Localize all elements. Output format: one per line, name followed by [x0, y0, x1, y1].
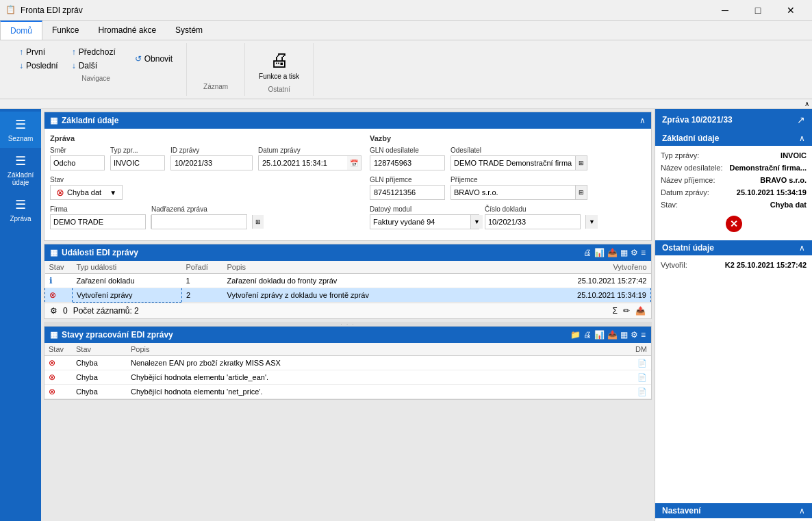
next-button[interactable]: ↓ Další	[66, 60, 121, 72]
ostatni-label: Ostatní	[268, 86, 290, 93]
row-popis-1: Zařazení dokladu do fronty zpráv	[223, 274, 555, 288]
zakladni-collapse-button[interactable]: ∧	[639, 116, 646, 125]
typ-zpravy-label: Typ zpr...	[110, 147, 165, 154]
export-btn[interactable]: 📤	[635, 306, 646, 316]
odesilatel-combo[interactable]: ⊞	[451, 155, 587, 170]
stavy-chart-btn[interactable]: 📊	[594, 330, 605, 340]
minimize-button[interactable]: ─	[709, 0, 741, 21]
arrow-down-icon: ↓	[19, 61, 23, 71]
cislo-dokladu-combo[interactable]: ▼	[485, 214, 581, 229]
ribbon-tabs: Domů Funkce Hromadné akce Systém	[0, 21, 812, 40]
right-stav-label: Stav:	[661, 201, 715, 209]
right-panel-export-btn[interactable]: ↗	[797, 114, 805, 125]
stavy-export-btn[interactable]: 📁	[570, 330, 581, 340]
odesilatel-input[interactable]	[451, 157, 575, 168]
right-nastaveni-collapse-btn[interactable]: ∧	[799, 506, 805, 516]
print-icon: 🖨	[270, 49, 289, 71]
edit-btn[interactable]: ✏	[623, 306, 630, 316]
last-button[interactable]: ↓ Poslední	[14, 60, 64, 72]
tab-domu[interactable]: Domů	[0, 21, 42, 40]
sidebar-item-zprava[interactable]: ☰ Zpráva	[0, 192, 41, 228]
prijemce-dropdown-btn[interactable]: ⊞	[575, 186, 587, 199]
right-vytvoril-label: Vytvořil:	[661, 261, 715, 269]
right-zakladni-collapse-btn[interactable]: ∧	[799, 134, 805, 143]
right-zakladni-body: Typ zprávy: INVOIC Název odesílatele: De…	[655, 146, 812, 240]
udalosti-settings-btn[interactable]: ⚙	[631, 248, 638, 257]
nadrazena-input[interactable]	[152, 216, 252, 227]
prijemce-group: Příjemce ⊞	[451, 176, 587, 200]
gln-prijemce-group: GLN příjemce	[370, 176, 445, 200]
stavy-menu-btn[interactable]: ≡	[641, 330, 646, 340]
right-ostatni-collapse-btn[interactable]: ∧	[799, 243, 805, 253]
print-button[interactable]: 🖨 Funkce a tisk	[253, 46, 305, 83]
error-icon-3: ⊗	[49, 387, 55, 396]
seznam-icon: ☰	[15, 117, 26, 132]
right-spacer	[655, 279, 812, 503]
datovy-modul-combo[interactable]: ▼	[370, 214, 479, 229]
cislo-dokladu-dropdown-btn[interactable]: ▼	[585, 215, 598, 229]
udalosti-chart-btn[interactable]: 📊	[594, 248, 605, 257]
title-bar-controls: ─ □ ✕	[709, 0, 807, 21]
prev-button[interactable]: ↑ Předchozí	[66, 46, 121, 58]
gln-odesilatel-input[interactable]	[370, 155, 445, 170]
collapse-ribbon-button[interactable]: ∧	[804, 100, 809, 107]
cislo-dokladu-input[interactable]	[485, 216, 585, 227]
close-button[interactable]: ✕	[775, 0, 807, 21]
firma-combo[interactable]: DEMO TRADE ⊞	[50, 214, 146, 229]
prijemce-combo[interactable]: ⊞	[451, 185, 587, 200]
first-button[interactable]: ↑ První	[14, 46, 64, 58]
id-zpravy-input[interactable]	[170, 155, 253, 170]
table-row[interactable]: ⊗ Chyba Chybějící hodnota elementu 'net_…	[45, 385, 651, 399]
refresh-button[interactable]: ↺ Obnovit	[129, 53, 178, 65]
table-row[interactable]: ℹ Zařazení dokladu 1 Zařazení dokladu do…	[45, 274, 651, 288]
smer-combo[interactable]: Odcho ▼	[50, 155, 105, 170]
table-row[interactable]: ⊗ Chyba Nenalezen EAN pro zboží zkratky …	[45, 356, 651, 370]
datum-calendar-btn[interactable]: 📅	[347, 155, 361, 170]
stavy-settings-btn[interactable]: ⚙	[631, 330, 638, 340]
stavy-export2-btn[interactable]: 📤	[607, 330, 618, 340]
typ-zpravy-combo[interactable]: INVOIC ▼	[110, 155, 165, 170]
datovy-modul-dropdown-btn[interactable]: ▼	[470, 215, 483, 229]
ribbon-group-ostatni: 🖨 Funkce a tisk Ostatní	[245, 43, 314, 96]
stav-dropdown-btn[interactable]: ▼	[110, 189, 116, 196]
tab-hromadne[interactable]: Hromadné akce	[88, 21, 166, 40]
table-row[interactable]: ⊗ Chyba Chybějící hodnota elementu 'arti…	[45, 370, 651, 385]
odesilatel-label: Odesílatel	[451, 147, 587, 154]
udalosti-print-btn[interactable]: 🖨	[583, 248, 592, 257]
zakladni-label: Základní údaje	[3, 171, 38, 186]
tab-system[interactable]: Systém	[166, 21, 212, 40]
datovy-modul-input[interactable]	[370, 216, 470, 227]
stavy-stav-1: ⊗	[45, 356, 72, 370]
table-row[interactable]: ⊗ Vytvoření zprávy 2 Vytvoření zprávy z …	[45, 288, 651, 303]
odesilatel-dropdown-btn[interactable]: ⊞	[575, 156, 587, 170]
form-row-1: Směr Odcho ▼ Typ zpr... INVOIC	[50, 147, 361, 170]
col-stav-text: Stav	[72, 343, 127, 356]
row-poradi-2: 2	[182, 288, 223, 303]
gln-prijemce-input[interactable]	[370, 185, 445, 200]
prijemce-input[interactable]	[451, 187, 575, 198]
right-vytvoril-value: K2 25.10.2021 15:27:42	[715, 261, 807, 269]
col-dm: DM	[624, 343, 651, 356]
stavy-stavtext-1: Chyba	[72, 356, 127, 370]
sidebar-item-zakladni[interactable]: ☰ Základní údaje	[0, 148, 41, 192]
sum-btn[interactable]: Σ	[613, 306, 618, 316]
vazby-group-title: Vazby	[370, 134, 646, 142]
stavy-print-btn[interactable]: 🖨	[583, 330, 592, 340]
ribbon-content: ↑ První ↓ Poslední ↑ Předchozí ↓	[0, 40, 812, 99]
udalosti-menu-btn[interactable]: ≡	[641, 248, 646, 257]
udalosti-header: ▦ Události EDI zprávy 🖨 📊 📤 ▦ ⚙ ≡	[45, 244, 651, 261]
maximize-button[interactable]: □	[742, 0, 774, 21]
nadrazena-combo[interactable]: ⊞	[151, 214, 247, 229]
tab-funkce[interactable]: Funkce	[42, 21, 88, 40]
stav-label: Stav	[50, 176, 123, 183]
sidebar-item-seznam[interactable]: ☰ Seznam	[0, 112, 41, 148]
firma-input[interactable]: DEMO TRADE	[51, 216, 151, 227]
stavy-bars-btn[interactable]: ▦	[620, 330, 628, 340]
nadrazena-dropdown-btn[interactable]: ⊞	[252, 215, 264, 229]
stavy-table: Stav Stav Popis DM ⊗ Chyba Nenalezen EAN…	[45, 343, 651, 399]
col-popis-s: Popis	[127, 343, 624, 356]
right-nazev-odesilatel-label: Název odesílatele:	[661, 164, 723, 172]
udalosti-bars-btn[interactable]: ▦	[620, 248, 628, 257]
udalosti-export-btn[interactable]: 📤	[607, 248, 618, 257]
datum-zpravy-input[interactable]	[258, 155, 347, 170]
